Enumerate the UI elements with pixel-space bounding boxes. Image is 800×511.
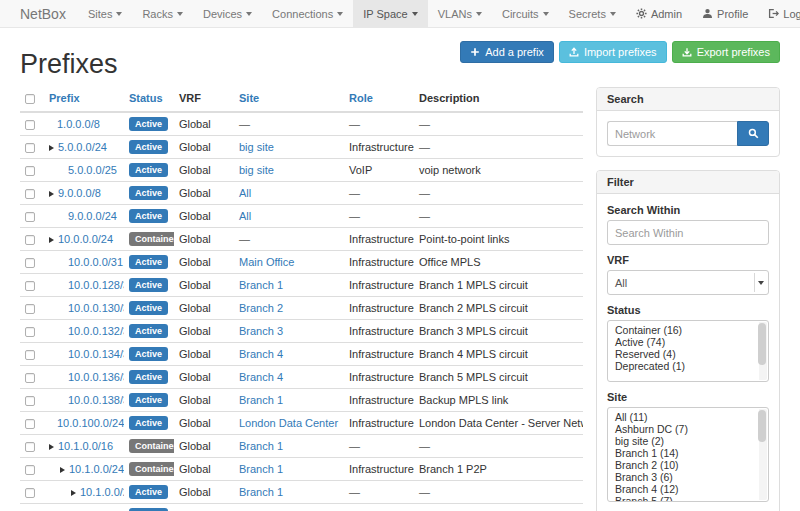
prefix-link[interactable]: 9.0.0.0/8 — [58, 187, 101, 199]
table-row: 10.1.0.0/25ActiveGlobalBranch 1—— — [20, 481, 583, 504]
site-option[interactable]: Branch 2 (10) — [615, 459, 758, 471]
site-option[interactable]: Branch 5 (7) — [615, 495, 758, 502]
row-checkbox[interactable] — [25, 327, 35, 337]
prefix-link[interactable]: 10.0.0.132/31 — [68, 325, 124, 337]
nav-item-connections[interactable]: Connections — [262, 0, 353, 27]
import-prefixes-button[interactable]: Import prefixes — [559, 41, 667, 63]
row-checkbox[interactable] — [25, 488, 35, 498]
vrf-select[interactable]: All — [607, 270, 769, 295]
nav-item-racks[interactable]: Racks — [132, 0, 193, 27]
caret-right-icon — [49, 191, 54, 197]
row-checkbox[interactable] — [25, 120, 35, 130]
prefix-link[interactable]: 10.1.0.0/25 — [80, 486, 124, 498]
row-checkbox[interactable] — [25, 373, 35, 383]
status-listbox[interactable]: Container (16)Active (74)Reserved (4)Dep… — [607, 320, 769, 382]
site-scrollbar[interactable] — [759, 409, 767, 500]
prefix-link[interactable]: 10.0.0.134/31 — [68, 348, 124, 360]
row-checkbox[interactable] — [25, 212, 35, 222]
nav-item-circuits[interactable]: Circuits — [492, 0, 559, 27]
prefix-link[interactable]: 10.0.0.0/31 — [68, 256, 123, 268]
status-option[interactable]: Active (74) — [615, 336, 758, 348]
prefix-link[interactable]: 1.0.0.0/8 — [57, 118, 100, 130]
prefix-link[interactable]: 5.0.0.0/25 — [68, 164, 117, 176]
column-header-site[interactable]: Site — [234, 87, 344, 112]
description-cell: Branch 5 MPLS circuit — [414, 366, 583, 389]
column-header-prefix[interactable]: Prefix — [44, 87, 124, 112]
download-icon — [682, 47, 692, 57]
role-cell: — — [344, 112, 414, 136]
site-link[interactable]: Branch 1 — [239, 440, 283, 452]
row-checkbox[interactable] — [25, 396, 35, 406]
site-link[interactable]: Branch 4 — [239, 371, 283, 383]
row-checkbox[interactable] — [25, 419, 35, 429]
prefix-link[interactable]: 10.0.100.0/24 — [57, 417, 124, 429]
column-header-role[interactable]: Role — [344, 87, 414, 112]
row-checkbox[interactable] — [25, 350, 35, 360]
prefix-link[interactable]: 5.0.0.0/24 — [58, 141, 107, 153]
row-checkbox[interactable] — [25, 166, 35, 176]
nav-item-sites[interactable]: Sites — [78, 0, 132, 27]
site-link[interactable]: big site — [239, 141, 274, 153]
site-link[interactable]: Branch 3 — [239, 325, 283, 337]
site-listbox[interactable]: All (11)Ashburn DC (7)big site (2)Branch… — [607, 407, 769, 502]
prefix-link[interactable]: 10.0.0.136/31 — [68, 371, 124, 383]
status-option[interactable]: Container (16) — [615, 324, 758, 336]
role-cell: Infrastructure — [344, 343, 414, 366]
column-header-status[interactable]: Status — [124, 87, 174, 112]
nav-item-devices[interactable]: Devices — [193, 0, 262, 27]
description-cell: Point-to-point links — [414, 228, 583, 251]
site-option[interactable]: Branch 3 (6) — [615, 471, 758, 483]
site-option[interactable]: big site (2) — [615, 435, 758, 447]
row-checkbox[interactable] — [25, 143, 35, 153]
row-checkbox[interactable] — [25, 442, 35, 452]
site-link[interactable]: Branch 1 — [239, 394, 283, 406]
site-link[interactable]: Main Office — [239, 256, 294, 268]
row-checkbox[interactable] — [25, 281, 35, 291]
site-link[interactable]: Branch 1 — [239, 279, 283, 291]
prefix-link[interactable]: 10.1.0.0/24 — [69, 463, 124, 475]
search-input[interactable] — [607, 121, 737, 146]
status-scrollbar[interactable] — [759, 322, 767, 380]
site-link[interactable]: Branch 1 — [239, 486, 283, 498]
nav-item-vlans[interactable]: VLANs — [428, 0, 492, 27]
site-link[interactable]: London Data Center — [239, 417, 338, 429]
row-checkbox[interactable] — [25, 235, 35, 245]
status-option[interactable]: Deprecated (1) — [615, 360, 758, 372]
nav-profile[interactable]: Profile — [692, 0, 758, 27]
search-button[interactable] — [737, 121, 769, 146]
site-link[interactable]: Branch 2 — [239, 302, 283, 314]
site-option[interactable]: Branch 4 (12) — [615, 483, 758, 495]
row-checkbox[interactable] — [25, 465, 35, 475]
row-checkbox[interactable] — [25, 189, 35, 199]
site-option[interactable]: All (11) — [615, 411, 758, 423]
prefix-link[interactable]: 10.0.0.128/31 — [68, 279, 124, 291]
nav-item-ip-space[interactable]: IP Space — [353, 0, 427, 27]
row-checkbox[interactable] — [25, 258, 35, 268]
site-option[interactable]: Branch 1 (14) — [615, 447, 758, 459]
prefix-link[interactable]: 10.0.0.0/24 — [58, 233, 113, 245]
vrf-cell: Global — [174, 159, 234, 182]
caret-down-icon — [177, 12, 183, 16]
site-link[interactable]: All — [239, 187, 251, 199]
nav-log-out[interactable]: Log out — [758, 0, 800, 27]
filter-panel-title: Filter — [597, 171, 779, 194]
status-option[interactable]: Reserved (4) — [615, 348, 758, 360]
export-prefixes-button[interactable]: Export prefixes — [672, 41, 780, 63]
site-option[interactable]: Ashburn DC (7) — [615, 423, 758, 435]
prefix-link[interactable]: 10.0.0.138/31 — [68, 394, 124, 406]
search-within-input[interactable] — [607, 220, 769, 245]
prefix-link[interactable]: 10.0.0.130/31 — [68, 302, 124, 314]
site-link[interactable]: Branch 4 — [239, 348, 283, 360]
prefix-link[interactable]: 9.0.0.0/24 — [68, 210, 117, 222]
row-checkbox[interactable] — [25, 304, 35, 314]
site-link[interactable]: Branch 1 — [239, 463, 283, 475]
nav-admin[interactable]: Admin — [626, 0, 692, 27]
add-prefix-button[interactable]: Add a prefix — [460, 41, 554, 63]
select-all-checkbox[interactable] — [25, 94, 35, 104]
app-brand[interactable]: NetBox — [20, 0, 66, 27]
status-badge: Container — [129, 232, 174, 246]
prefix-link[interactable]: 10.1.0.0/16 — [58, 440, 113, 452]
site-link[interactable]: big site — [239, 164, 274, 176]
nav-item-secrets[interactable]: Secrets — [559, 0, 626, 27]
site-link[interactable]: All — [239, 210, 251, 222]
